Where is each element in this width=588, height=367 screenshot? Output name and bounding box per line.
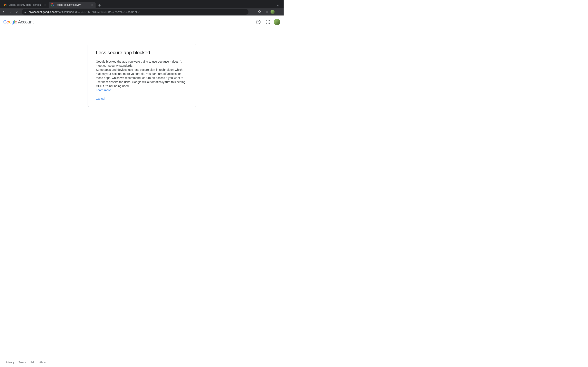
bookmark-icon[interactable] — [257, 9, 262, 15]
google-icon — [51, 3, 54, 7]
tab-title: Recent security activity — [56, 3, 89, 6]
tab-gmail[interactable]: Critical security alert - jitendra — [2, 2, 49, 8]
account-avatar[interactable] — [274, 19, 280, 25]
svg-point-1 — [279, 11, 279, 11]
url-domain: myaccount.google.com — [29, 10, 57, 13]
svg-point-7 — [269, 20, 270, 21]
svg-point-2 — [279, 12, 279, 12]
account-word: Account — [18, 19, 34, 25]
card-paragraph-1: Google blocked the app you were trying t… — [96, 60, 182, 67]
close-icon[interactable] — [91, 3, 94, 7]
reload-button[interactable] — [14, 9, 20, 15]
card-body: Google blocked the app you were trying t… — [96, 59, 188, 92]
google-account-logo[interactable]: Google Account — [3, 19, 34, 25]
apps-grid-icon[interactable] — [264, 18, 272, 26]
svg-point-12 — [268, 23, 268, 24]
card-paragraph-2: Some apps and devices use less secure si… — [96, 68, 185, 88]
main-area: Less secure app blocked Google blocked t… — [0, 39, 284, 107]
page-content: Google Account Less secure app blocked G… — [0, 16, 284, 177]
tab-overflow — [276, 3, 282, 8]
svg-point-5 — [267, 20, 267, 21]
url-path: /notifications/eid/5754376657136501364?r… — [57, 10, 141, 13]
security-card: Less secure app blocked Google blocked t… — [87, 44, 196, 107]
lock-icon — [24, 11, 26, 13]
tab-bar: Critical security alert - jitendra Recen… — [0, 0, 284, 8]
share-icon[interactable] — [250, 9, 256, 15]
svg-point-11 — [267, 23, 267, 24]
profile-avatar-icon[interactable] — [270, 9, 276, 15]
gmail-icon — [4, 3, 7, 7]
svg-point-8 — [267, 22, 267, 22]
forward-button[interactable] — [8, 9, 13, 15]
kebab-menu-icon[interactable] — [276, 9, 282, 15]
new-tab-button[interactable] — [97, 2, 103, 8]
learn-more-link[interactable]: Learn more — [96, 89, 111, 92]
side-panel-icon[interactable] — [263, 9, 269, 15]
app-header: Google Account — [0, 16, 284, 29]
svg-point-6 — [268, 20, 268, 21]
svg-point-9 — [268, 22, 268, 22]
browser-chrome: Critical security alert - jitendra Recen… — [0, 0, 284, 16]
back-button[interactable] — [1, 9, 7, 15]
svg-rect-0 — [265, 11, 267, 13]
toolbar: myaccount.google.com/notifications/eid/5… — [0, 8, 284, 16]
chevron-down-icon[interactable] — [276, 3, 281, 8]
close-icon[interactable] — [44, 3, 47, 7]
svg-point-13 — [269, 23, 270, 24]
svg-point-3 — [279, 12, 279, 13]
cancel-link[interactable]: Cancel — [96, 97, 105, 100]
tab-google-account[interactable]: Recent security activity — [49, 2, 95, 8]
tab-title: Critical security alert - jitendra — [9, 3, 42, 6]
card-title: Less secure app blocked — [96, 50, 188, 55]
svg-point-10 — [269, 22, 270, 22]
address-bar[interactable]: myaccount.google.com/notifications/eid/5… — [22, 9, 249, 15]
help-icon[interactable] — [254, 18, 262, 26]
